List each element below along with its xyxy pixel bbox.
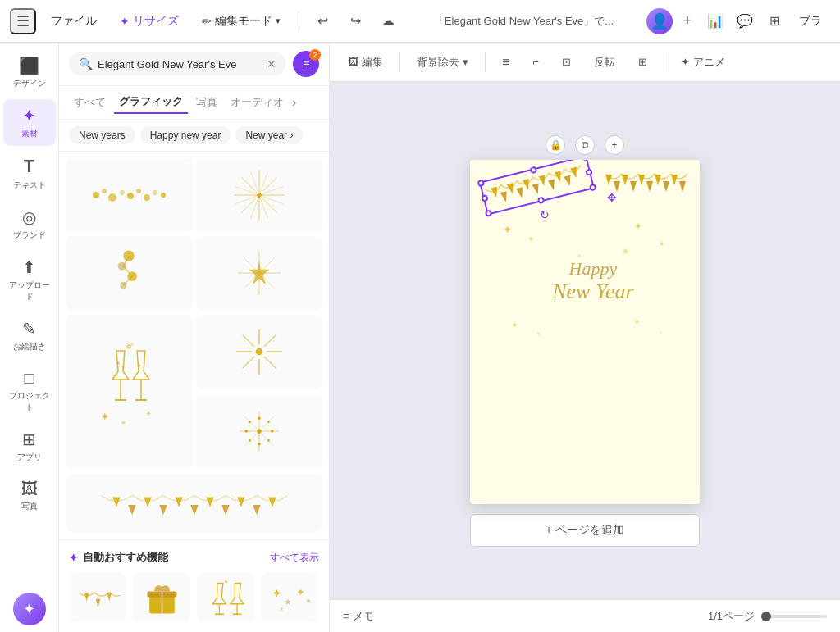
- flip-button[interactable]: 反転: [586, 51, 623, 74]
- zoom-slider[interactable]: [761, 615, 827, 618]
- sidebar-item-upload[interactable]: ⬆ アップロード: [3, 251, 56, 309]
- zoom-slider-thumb: [761, 612, 771, 621]
- sidebar-item-apps[interactable]: ⊞ アプリ: [3, 423, 56, 470]
- tab-graphic[interactable]: グラフィック: [114, 91, 188, 114]
- svg-text:★: ★: [634, 318, 640, 325]
- corner-button[interactable]: ⌐: [524, 52, 547, 72]
- tag-happy-new-year[interactable]: Happy new year: [140, 126, 231, 144]
- lines-button[interactable]: ≡: [494, 51, 518, 74]
- sec-separator-2: [485, 52, 486, 72]
- graphic-item[interactable]: [196, 158, 323, 232]
- svg-point-65: [267, 439, 270, 442]
- auto-recommend-all-button[interactable]: すべて表示: [270, 551, 319, 565]
- auto-recommend-section: ✦ 自動おすすめ機能 すべて表示: [59, 539, 329, 632]
- svg-marker-35: [133, 351, 149, 380]
- rotate-handle[interactable]: ↻: [539, 207, 549, 221]
- tag-new-years[interactable]: New years: [69, 126, 135, 144]
- sidebar-item-draw[interactable]: ✎ お絵描き: [3, 312, 56, 359]
- tag-new-year[interactable]: New year ›: [235, 126, 303, 144]
- sidebar-item-elements[interactable]: ✦ 素材: [3, 99, 56, 146]
- svg-text:✦: ✦: [634, 221, 642, 232]
- document-title: 「Elegant Gold New Year's Eve」で...: [408, 14, 640, 29]
- graphic-item[interactable]: [196, 315, 323, 389]
- add-collaborator-button[interactable]: +: [676, 10, 699, 33]
- search-icon: 🔍: [79, 57, 93, 70]
- secondary-toolbar: 🖼 編集 背景除去 ▾ ≡ ⌐ ⊡ 反転 ⊞: [330, 43, 840, 82]
- top-right-actions: 👤 + 📊 💬 ⊞ プラ: [646, 8, 830, 34]
- lock-handle[interactable]: 🔒: [546, 135, 565, 155]
- share-button[interactable]: ⊞: [761, 8, 788, 34]
- brand-icon: ◎: [22, 207, 36, 227]
- tab-all[interactable]: すべて: [69, 92, 111, 113]
- svg-line-49: [243, 335, 254, 347]
- design-card[interactable]: ↻ ✥: [470, 160, 700, 504]
- recommend-item-glasses[interactable]: [197, 573, 254, 622]
- graphic-item[interactable]: [66, 236, 193, 310]
- filter-icon: ≡: [303, 57, 309, 70]
- recommend-item-garland[interactable]: [69, 573, 126, 622]
- undo-icon: ↩: [317, 13, 328, 29]
- graphic-item[interactable]: ✦ ✦ ★: [66, 315, 193, 469]
- crop-button[interactable]: ⊡: [554, 52, 579, 72]
- svg-point-64: [249, 439, 251, 442]
- hamburger-button[interactable]: ☰: [10, 8, 36, 34]
- grid-button[interactable]: ⊞: [630, 52, 655, 72]
- memo-button[interactable]: ≡ メモ: [343, 609, 374, 624]
- svg-point-66: [257, 430, 261, 434]
- graphic-item[interactable]: [66, 475, 322, 532]
- undo-button[interactable]: ↩: [309, 8, 336, 34]
- pencil-icon: ✏: [202, 15, 212, 28]
- file-menu-button[interactable]: ファイル: [43, 9, 105, 34]
- comment-button[interactable]: 💬: [732, 8, 758, 34]
- sidebar-item-photo[interactable]: 🖼 写真: [3, 473, 56, 519]
- sidebar-item-design[interactable]: ⬛ デザイン: [3, 49, 56, 96]
- svg-text:★: ★: [284, 597, 292, 607]
- search-clear-button[interactable]: ✕: [267, 57, 276, 70]
- avatar[interactable]: 👤: [646, 8, 673, 34]
- svg-marker-77: [268, 497, 276, 507]
- animate-button[interactable]: ✦ アニメ: [673, 51, 733, 74]
- recommend-item-stars[interactable]: ✦ ★ ✦ ★ ★: [261, 573, 318, 622]
- svg-marker-115: [671, 175, 678, 185]
- sidebar-item-text[interactable]: T テキスト: [3, 149, 56, 198]
- svg-marker-69: [144, 497, 152, 507]
- svg-point-60: [244, 430, 248, 433]
- magic-button[interactable]: ✦: [13, 593, 46, 625]
- graphic-item[interactable]: [196, 394, 323, 468]
- svg-marker-111: [638, 175, 645, 185]
- svg-marker-67: [112, 497, 121, 507]
- search-input[interactable]: [98, 58, 262, 70]
- svg-text:✦: ✦: [100, 410, 110, 423]
- redo-button[interactable]: ↪: [342, 8, 368, 34]
- photo-icon: 🖼: [21, 480, 38, 498]
- move-handle[interactable]: ✥: [607, 191, 617, 204]
- grid-icon: ⊞: [638, 56, 647, 68]
- copy-handle[interactable]: ⧉: [575, 135, 595, 155]
- sidebar-item-project[interactable]: □ プロジェクト: [3, 362, 56, 420]
- add-page-button[interactable]: + ページを追加: [470, 514, 700, 547]
- analytics-button[interactable]: 📊: [702, 8, 728, 34]
- tab-audio[interactable]: オーディオ: [226, 92, 289, 113]
- graphic-item[interactable]: [66, 158, 193, 232]
- sidebar-item-brand[interactable]: ◎ ブランド: [3, 201, 56, 248]
- cloud-button[interactable]: ☁: [375, 8, 401, 34]
- expand-handle[interactable]: +: [605, 135, 624, 155]
- tab-photo[interactable]: 写真: [191, 92, 222, 113]
- tab-more-button[interactable]: ›: [292, 95, 296, 110]
- svg-text:✦: ✦: [536, 330, 541, 338]
- resize-button[interactable]: ✦ リサイズ: [112, 9, 187, 34]
- svg-text:★: ★: [121, 419, 126, 426]
- svg-text:✦: ✦: [145, 409, 152, 418]
- svg-text:✦: ✦: [295, 586, 304, 598]
- filter-button[interactable]: ≡ 2: [293, 51, 319, 77]
- svg-point-8: [161, 193, 166, 198]
- bg-remove-button[interactable]: 背景除去 ▾: [409, 51, 477, 74]
- graphic-item[interactable]: [196, 236, 323, 310]
- sidebar-label-text: テキスト: [13, 180, 46, 191]
- cloud-icon: ☁: [381, 13, 395, 29]
- edit-mode-button[interactable]: ✏ 編集モード ▾: [194, 9, 289, 34]
- recommend-item-gift[interactable]: [133, 573, 190, 622]
- draw-icon: ✎: [22, 319, 36, 339]
- edit-button[interactable]: 🖼 編集: [340, 51, 391, 74]
- plan-button[interactable]: プラ: [791, 9, 830, 34]
